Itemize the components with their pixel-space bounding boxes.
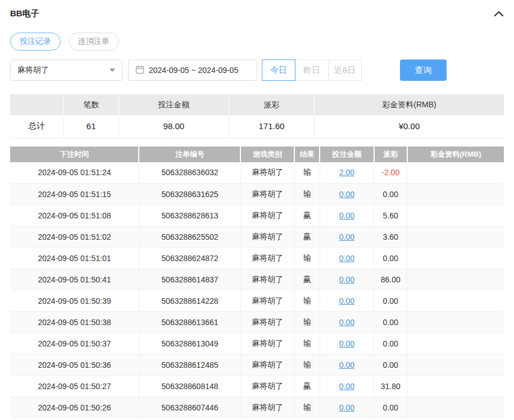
game-type-cell: 麻将胡了 (240, 184, 294, 205)
today-button[interactable]: 今日 (262, 60, 295, 81)
bet-amount-link[interactable]: 0.00 (339, 254, 354, 263)
bet-amount-link[interactable]: 0.00 (339, 296, 354, 305)
bet-time-cell: 2024-09-05 01:51:08 (10, 205, 139, 226)
bet-amount-link[interactable]: 0.00 (339, 232, 354, 241)
bet-amount-link[interactable]: 0.00 (339, 403, 354, 412)
bet-amount-link[interactable]: 0.00 (339, 211, 354, 220)
bet-amount-cell: 0.00 (320, 184, 374, 205)
result-cell: 赢 (294, 205, 320, 226)
table-row: 2024-09-05 01:50:375063288613049麻将胡了输0.0… (10, 333, 504, 354)
payout-cell: 0.00 (374, 290, 407, 312)
result-cell: 输 (294, 248, 320, 269)
result-cell: 输 (294, 397, 320, 418)
bet-amount-link[interactable]: 0.00 (339, 275, 354, 284)
bet-amount-cell: 0.00 (320, 205, 374, 226)
summary-column-header: 彩金资料(RMB) (314, 94, 504, 115)
date-range-value: 2024-09-05 ~ 2024-09-05 (149, 66, 238, 75)
filter-bar: 麻将胡了 2024-09-05 ~ 2024-09-05 今日 昨日 近8日 查… (10, 60, 504, 81)
bet-time-cell: 2024-09-05 01:50:41 (10, 269, 139, 290)
bet-amount-cell: 0.00 (320, 333, 374, 354)
bet-time-cell: 2024-09-05 01:51:02 (10, 226, 139, 248)
game-type-cell: 麻将胡了 (240, 269, 294, 290)
result-cell: 输 (294, 184, 320, 205)
order-id-cell: 5063288631625 (139, 184, 240, 205)
order-id-cell: 5063288608148 (139, 376, 240, 397)
bet-amount-link[interactable]: 0.00 (339, 382, 354, 391)
game-select[interactable]: 麻将胡了 (10, 60, 122, 81)
bet-table-body: 2024-09-05 01:51:245063288636032麻将胡了输2.0… (10, 162, 504, 418)
order-id-cell: 5063288624872 (139, 248, 240, 269)
game-type-cell: 麻将胡了 (240, 162, 294, 184)
bonus-cell (407, 269, 504, 290)
result-cell: 输 (294, 333, 320, 354)
summary-bonus: ¥0.00 (314, 115, 504, 138)
bet-amount-cell: 0.00 (320, 376, 374, 397)
chevron-up-icon[interactable] (494, 10, 504, 17)
summary-row-label: 总计 (10, 115, 63, 138)
bet-amount-link[interactable]: 0.00 (339, 339, 354, 348)
last-8-days-button[interactable]: 近8日 (328, 60, 362, 81)
game-type-cell: 麻将胡了 (240, 312, 294, 333)
table-row: 2024-09-05 01:51:245063288636032麻将胡了输2.0… (10, 162, 504, 184)
table-row: 2024-09-05 01:50:385063288613661麻将胡了输0.0… (10, 312, 504, 333)
order-id-cell: 5063288625502 (139, 226, 240, 248)
search-button[interactable]: 查询 (400, 60, 447, 81)
payout-cell: 0.00 (374, 184, 407, 205)
bonus-cell (407, 205, 504, 226)
bet-time-cell: 2024-09-05 01:50:39 (10, 290, 139, 312)
payout-cell: 5.60 (374, 205, 407, 226)
bet-time-cell: 2024-09-05 01:50:36 (10, 354, 139, 376)
result-cell: 输 (294, 354, 320, 376)
page-title: BB电子 (10, 8, 39, 19)
game-type-cell: 麻将胡了 (240, 354, 294, 376)
bet-time-cell: 2024-09-05 01:50:38 (10, 312, 139, 333)
column-header: 结果 (294, 147, 320, 162)
summary-header-row: 笔数投注金额派彩彩金资料(RMB) (10, 94, 504, 115)
order-id-cell: 5063288628613 (139, 205, 240, 226)
table-row: 2024-09-05 01:51:025063288625502麻将胡了赢0.0… (10, 226, 504, 248)
summary-bet-amount: 98.00 (119, 115, 229, 138)
bonus-cell (407, 354, 504, 376)
game-type-cell: 麻将胡了 (240, 397, 294, 418)
order-id-cell: 5063288614837 (139, 269, 240, 290)
tab-cancelled-orders[interactable]: 连消注单 (69, 33, 119, 51)
result-cell: 赢 (294, 226, 320, 248)
bonus-cell (407, 248, 504, 269)
calendar-icon (135, 65, 144, 76)
summary-count: 61 (63, 115, 119, 138)
table-row: 2024-09-05 01:50:365063288612485麻将胡了输0.0… (10, 354, 504, 376)
column-header: 派彩 (374, 147, 407, 162)
bet-amount-link[interactable]: 2.00 (339, 168, 354, 177)
result-cell: 输 (294, 290, 320, 312)
payout-cell: 3.60 (374, 226, 407, 248)
order-id-cell: 5063288607446 (139, 397, 240, 418)
payout-cell: 86.00 (374, 269, 407, 290)
order-id-cell: 5063288613661 (139, 312, 240, 333)
order-id-cell: 5063288612485 (139, 354, 240, 376)
table-row: 2024-09-05 01:50:275063288608148麻将胡了赢0.0… (10, 376, 504, 397)
game-type-cell: 麻将胡了 (240, 226, 294, 248)
bet-table-header-row: 下注时间注单编号游戏类别结果投注金额派彩彩金资料(RMB) (10, 147, 504, 162)
summary-column-header: 派彩 (229, 94, 314, 115)
bet-amount-link[interactable]: 0.00 (339, 190, 354, 199)
bet-time-cell: 2024-09-05 01:51:24 (10, 162, 139, 184)
yesterday-button[interactable]: 昨日 (295, 60, 329, 81)
date-range-picker[interactable]: 2024-09-05 ~ 2024-09-05 (128, 60, 257, 81)
bet-amount-cell: 0.00 (320, 290, 374, 312)
table-row: 2024-09-05 01:51:085063288628613麻将胡了赢0.0… (10, 205, 504, 226)
panel-header: BB电子 (10, 4, 504, 22)
payout-cell: 0.00 (374, 312, 407, 333)
bet-amount-link[interactable]: 0.00 (339, 318, 354, 327)
table-row: 2024-09-05 01:50:415063288614837麻将胡了赢0.0… (10, 269, 504, 290)
result-cell: 赢 (294, 269, 320, 290)
bet-time-cell: 2024-09-05 01:51:01 (10, 248, 139, 269)
bonus-cell (407, 376, 504, 397)
quick-range-group: 今日 昨日 近8日 (262, 60, 362, 81)
bonus-cell (407, 333, 504, 354)
tab-bet-records[interactable]: 投注记录 (10, 33, 61, 51)
summary-total-row: 总计 61 98.00 171.60 ¥0.00 (10, 115, 504, 138)
result-cell: 赢 (294, 376, 320, 397)
game-type-cell: 麻将胡了 (240, 248, 294, 269)
bet-amount-link[interactable]: 0.00 (339, 360, 354, 369)
bet-records-table: 下注时间注单编号游戏类别结果投注金额派彩彩金资料(RMB) 2024-09-05… (10, 147, 504, 419)
